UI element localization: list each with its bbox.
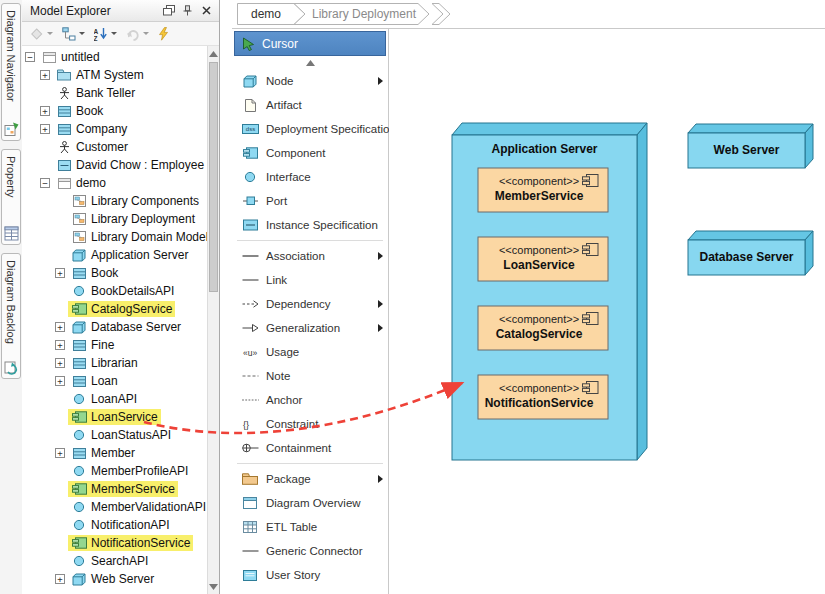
node-web-server[interactable]: Web Server [688, 124, 813, 168]
model-tree[interactable]: −untitled+ATM SystemBank Teller+Book+Com… [22, 46, 207, 594]
palette-item-etl-table[interactable]: ETL Table [232, 515, 388, 539]
tree-item-loanservice[interactable]: LoanService [22, 408, 207, 426]
close-button[interactable] [198, 3, 215, 19]
palette-item-link[interactable]: Link [232, 268, 388, 292]
expand-button[interactable]: + [55, 358, 65, 368]
tree-item-loanstatusapi[interactable]: LoanStatusAPI [22, 426, 207, 444]
tree-item-customer[interactable]: Customer [22, 138, 207, 156]
tree-item-david-chow-employee[interactable]: David Chow : Employee [22, 156, 207, 174]
palette-item-containment[interactable]: Containment [232, 436, 388, 460]
palette-item-diagram-overview[interactable]: Diagram Overview [232, 491, 388, 515]
tree-item-book[interactable]: +Book [22, 102, 207, 120]
palette-item-constraint[interactable]: {}Constraint [232, 412, 388, 436]
palette-item-generic-connector[interactable]: Generic Connector [232, 539, 388, 563]
expand-button[interactable]: + [40, 70, 50, 80]
palette-item-port[interactable]: Port [232, 189, 388, 213]
breadcrumb-label[interactable]: Library Deployment [312, 7, 417, 21]
palette-item-artifact[interactable]: Artifact [232, 93, 388, 117]
svg-text:«u»: «u» [243, 348, 257, 358]
tree-item-library-components[interactable]: Library Components [22, 192, 207, 210]
tree-item-notificationapi[interactable]: NotificationAPI [22, 516, 207, 534]
palette-item-generalization[interactable]: Generalization [232, 316, 388, 340]
tree-item-untitled[interactable]: −untitled [22, 48, 207, 66]
tree-item-atm-system[interactable]: +ATM System [22, 66, 207, 84]
submenu-arrow-icon[interactable] [378, 77, 383, 85]
tree-item-library-domain-model[interactable]: Library Domain Model [22, 228, 207, 246]
component-memberservice[interactable]: <<component>> MemberService [478, 168, 608, 212]
tree-item-notificationservice[interactable]: NotificationService [22, 534, 207, 552]
palette-item-user-story[interactable]: User Story [232, 563, 388, 587]
refresh-button[interactable] [155, 24, 172, 44]
expand-button[interactable]: + [55, 322, 65, 332]
palette-item-usage[interactable]: «u»Usage [232, 340, 388, 364]
tree-item-web-server[interactable]: +Web Server [22, 570, 207, 588]
breadcrumb-item-demo[interactable]: demo [238, 4, 306, 25]
scrollbar-thumb[interactable] [209, 62, 218, 292]
tree-item-memberservice[interactable]: MemberService [22, 480, 207, 498]
palette-item-instance-specification[interactable]: Instance Specification [232, 213, 388, 237]
expand-button[interactable]: + [40, 124, 50, 134]
view-mode-button[interactable] [59, 24, 88, 44]
tree-item-bookdetailsapi[interactable]: BookDetailsAPI [22, 282, 207, 300]
expand-button[interactable]: + [55, 268, 65, 278]
tree-item-membervalidationapi[interactable]: MemberValidationAPI [22, 498, 207, 516]
palette-item-note[interactable]: Note [232, 364, 388, 388]
tree-item-application-server[interactable]: Application Server [22, 246, 207, 264]
breadcrumb-item-library-deployment[interactable]: Library Deployment [294, 4, 429, 25]
palette-item-deployment-specification[interactable]: dssDeployment Specification [232, 117, 388, 141]
palette-item-anchor[interactable]: Anchor [232, 388, 388, 412]
component-notificationservice[interactable]: <<component>> NotificationService [478, 375, 608, 419]
tree-item-loan[interactable]: +Loan [22, 372, 207, 390]
float-button[interactable] [160, 3, 177, 19]
tree-scrollbar[interactable] [207, 46, 219, 594]
back-button[interactable] [123, 24, 152, 44]
submenu-arrow-icon[interactable] [378, 300, 383, 308]
breadcrumb-label[interactable]: demo [251, 7, 281, 21]
tree-item-bank-teller[interactable]: Bank Teller [22, 84, 207, 102]
collapse-button[interactable]: − [40, 178, 50, 188]
palette-scroll-up[interactable] [232, 56, 388, 69]
tree-item-loanapi[interactable]: LoanAPI [22, 390, 207, 408]
expand-button[interactable]: + [55, 376, 65, 386]
model-filter-button[interactable] [26, 24, 56, 44]
tree-item-memberprofileapi[interactable]: MemberProfileAPI [22, 462, 207, 480]
tree-item-book[interactable]: +Book [22, 264, 207, 282]
expand-button[interactable]: + [55, 448, 65, 458]
component-loanservice[interactable]: <<component>> LoanService [478, 237, 608, 281]
submenu-arrow-icon[interactable] [378, 324, 383, 332]
side-tab-diagram-navigator[interactable]: Diagram Navigator [1, 3, 21, 141]
tree-item-catalogservice[interactable]: CatalogService [22, 300, 207, 318]
pin-button[interactable] [179, 3, 196, 19]
tree-item-library-deployment[interactable]: Library Deployment [22, 210, 207, 228]
node-application-server[interactable]: Application Server <<component>> MemberS… [452, 123, 647, 460]
expand-button[interactable]: + [40, 106, 50, 116]
palette-item-cursor[interactable]: Cursor [234, 31, 386, 56]
side-tab-diagram-backlog[interactable]: Diagram Backlog [1, 253, 21, 379]
tree-item-searchapi[interactable]: SearchAPI [22, 552, 207, 570]
tree-item-label: Library Deployment [91, 212, 195, 226]
expand-button[interactable]: + [55, 574, 65, 584]
palette-item-component[interactable]: Component [232, 141, 388, 165]
palette-item-association[interactable]: Association [232, 244, 388, 268]
component-catalogservice[interactable]: <<component>> CatalogService [478, 306, 608, 350]
diagram-canvas[interactable]: Application Server <<component>> MemberS… [389, 29, 825, 594]
tree-item-database-server[interactable]: +Database Server [22, 318, 207, 336]
submenu-arrow-icon[interactable] [378, 252, 383, 260]
scroll-down-icon[interactable] [208, 580, 219, 593]
sort-button[interactable]: AZ [91, 24, 120, 44]
expand-button[interactable]: + [55, 340, 65, 350]
tree-item-librarian[interactable]: +Librarian [22, 354, 207, 372]
tree-item-fine[interactable]: +Fine [22, 336, 207, 354]
tree-item-demo[interactable]: −demo [22, 174, 207, 192]
collapse-button[interactable]: − [25, 52, 35, 62]
tree-item-company[interactable]: +Company [22, 120, 207, 138]
palette-item-node[interactable]: Node [232, 69, 388, 93]
tree-item-member[interactable]: +Member [22, 444, 207, 462]
palette-item-interface[interactable]: Interface [232, 165, 388, 189]
scroll-up-icon[interactable] [208, 47, 219, 60]
palette-item-dependency[interactable]: Dependency [232, 292, 388, 316]
submenu-arrow-icon[interactable] [378, 475, 383, 483]
palette-item-package[interactable]: Package [232, 467, 388, 491]
side-tab-property[interactable]: Property [1, 149, 21, 245]
node-database-server[interactable]: Database Server [688, 231, 813, 275]
